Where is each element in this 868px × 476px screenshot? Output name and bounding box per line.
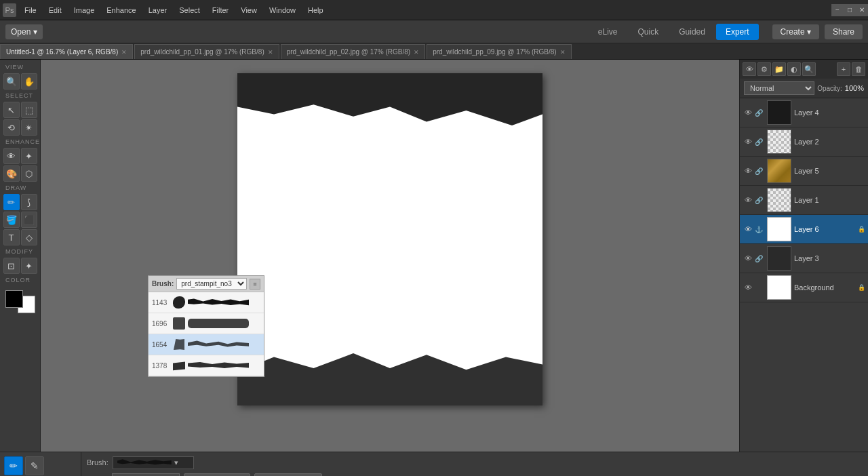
brush-item-1143[interactable]: 1143	[149, 292, 264, 313]
background-link-btn[interactable]	[753, 282, 764, 293]
pencil-tool-btn[interactable]: ✎	[25, 456, 44, 475]
brush-stroke-1143	[188, 298, 249, 307]
tab-untitled[interactable]: Untitled-1 @ 16.7% (Layer 6, RGB/8) ✕	[0, 44, 133, 59]
select-tools-row2: ⟲ ✴	[1, 119, 39, 136]
foreground-color-box[interactable]	[5, 290, 23, 308]
create-button[interactable]: Create ▾	[772, 24, 819, 39]
layer-item-layer3[interactable]: 👁 🔗 Layer 3	[740, 244, 868, 273]
paint-tool[interactable]: 🎨	[3, 165, 20, 182]
text-tool[interactable]: T	[3, 229, 20, 245]
brush-item-1696[interactable]: 1696	[149, 313, 264, 334]
layer6-link-btn[interactable]: ⚓	[753, 224, 764, 235]
tab-quick[interactable]: Quick	[629, 24, 669, 40]
tab-wildchild3-close[interactable]: ✕	[560, 49, 566, 56]
tab-wildchild3[interactable]: prd_wildchild_pp_09.jpg @ 17% (RGB/8) ✕	[427, 44, 571, 59]
enhance-tools-row1: 👁 ✦	[1, 148, 39, 164]
impressionist-tool[interactable]: ⟆	[21, 194, 37, 210]
canvas-area[interactable]: Brush: prd_stampit_no3 ≡ 1143 1696	[41, 60, 739, 452]
share-button[interactable]: Share	[825, 24, 863, 39]
layer2-link-btn[interactable]: 🔗	[753, 136, 764, 147]
brush-popup-menu-btn[interactable]: ≡	[250, 279, 260, 290]
layer-group-icon[interactable]: 📁	[772, 62, 786, 76]
canvas-document[interactable]	[237, 73, 542, 405]
layer1-vis-btn[interactable]: 👁	[743, 195, 753, 205]
layer-adjust-icon[interactable]: ◐	[787, 62, 801, 76]
menu-select[interactable]: Select	[174, 3, 205, 17]
menu-layer[interactable]: Layer	[143, 3, 173, 17]
move-tool[interactable]: ↖	[3, 102, 20, 118]
spot-heal-tool[interactable]: ✦	[21, 148, 37, 164]
clone-tool[interactable]: ⬡	[21, 165, 37, 182]
brush-preview-select[interactable]: ▾	[113, 456, 194, 469]
layer2-name: Layer 2	[794, 138, 865, 146]
new-layer-button[interactable]: +	[837, 62, 850, 76]
layer-item-layer1[interactable]: 👁 🔗 Layer 1	[740, 186, 868, 215]
layer5-vis-btn[interactable]: 👁	[743, 165, 753, 176]
tab-expert[interactable]: Expert	[716, 24, 759, 40]
layer2-vis-btn[interactable]: 👁	[743, 136, 753, 147]
brush-item-1378[interactable]: 1378	[149, 355, 264, 376]
layer-type-icon[interactable]: ⚙	[757, 62, 771, 76]
layer-item-layer6[interactable]: 👁 ⚓ Layer 6 🔒	[740, 215, 868, 244]
crop-tool[interactable]: ⊡	[3, 258, 20, 274]
gradient-tool[interactable]: ⬛	[21, 212, 37, 228]
layer-item-layer2[interactable]: 👁 🔗 Layer 2	[740, 127, 868, 157]
tab-wildchild1[interactable]: prd_wildchild_pp_01.jpg @ 17% (RGB/8) ✕	[134, 44, 279, 59]
custom-shape-tool[interactable]: ✦	[21, 258, 37, 274]
tab-guided[interactable]: Guided	[669, 24, 715, 40]
magic-wand-tool[interactable]: ✴	[21, 119, 37, 136]
right-panel: 👁 ⚙ 📁 ◐ 🔍 + 🗑 Normal Opacity: 100% 👁 🔗	[739, 60, 868, 452]
background-vis-btn[interactable]: 👁	[743, 282, 753, 293]
tab-wildchild1-close[interactable]: ✕	[268, 49, 273, 56]
shape-tool[interactable]: ◇	[21, 229, 37, 245]
menu-help[interactable]: Help	[302, 3, 329, 17]
menu-file[interactable]: File	[19, 3, 42, 17]
mode-select[interactable]: Normal	[112, 473, 180, 477]
layer3-vis-btn[interactable]: 👁	[743, 253, 753, 264]
layer4-vis-btn[interactable]: 👁	[743, 107, 753, 118]
menu-filter[interactable]: Filter	[207, 3, 234, 17]
hand-tool[interactable]: ✋	[21, 73, 37, 90]
eye-dropper-tool[interactable]: 👁	[3, 148, 20, 164]
minimize-button[interactable]: −	[831, 4, 844, 16]
delete-layer-button[interactable]: 🗑	[852, 62, 865, 76]
tab-wildchild2[interactable]: prd_wildchild_pp_02.jpg @ 17% (RGB/8) ✕	[281, 44, 425, 59]
menu-enhance[interactable]: Enhance	[101, 3, 141, 17]
layer3-link-btn[interactable]: 🔗	[753, 253, 764, 264]
tablet-settings-button[interactable]: Tablet Settings...	[254, 473, 321, 477]
brush-name-select[interactable]: prd_stampit_no3	[176, 278, 247, 290]
menu-view[interactable]: View	[235, 3, 262, 17]
tab-untitled-close[interactable]: ✕	[121, 49, 127, 56]
menu-window[interactable]: Window	[264, 3, 301, 17]
brush-item-1654[interactable]: 1654	[149, 334, 264, 355]
layer-item-background[interactable]: 👁 Background 🔒	[740, 273, 868, 302]
menu-edit[interactable]: Edit	[43, 3, 67, 17]
layer4-link-btn[interactable]: 🔗	[753, 107, 764, 118]
paint-bucket-tool[interactable]: 🪣	[3, 212, 20, 228]
layer1-link-btn[interactable]: 🔗	[753, 195, 764, 205]
blend-mode-select[interactable]: Normal	[744, 81, 814, 95]
lasso-tool[interactable]: ⟲	[3, 119, 20, 136]
layer5-link-btn[interactable]: 🔗	[753, 165, 764, 176]
layer-vis-toggle[interactable]: 👁	[743, 62, 756, 76]
brush-tool[interactable]: ✏	[3, 194, 20, 210]
zoom-tool[interactable]: 🔍	[3, 73, 20, 90]
tab-wildchild2-close[interactable]: ✕	[414, 49, 419, 56]
layer-search-icon[interactable]: 🔍	[802, 62, 816, 76]
close-button[interactable]: ✕	[856, 4, 868, 16]
menu-image[interactable]: Image	[68, 3, 100, 17]
marquee-tool[interactable]: ⬚	[21, 102, 37, 118]
canvas-container	[237, 73, 542, 405]
opacity-value: 100%	[845, 84, 864, 92]
enhance-section-label: ENHANCE	[5, 138, 35, 145]
brush-settings-button[interactable]: Brush Settings...	[184, 473, 251, 477]
tab-elive[interactable]: eLive	[589, 24, 627, 40]
brush-select-row: Brush: ▾	[87, 456, 863, 469]
layer-item-layer5[interactable]: 👁 🔗 Layer 5	[740, 157, 868, 186]
layer6-vis-btn[interactable]: 👁	[743, 224, 753, 235]
maximize-button[interactable]: □	[844, 4, 856, 16]
brush-tool-btn[interactable]: ✏	[4, 456, 23, 475]
layer-item-layer4[interactable]: 👁 🔗 Layer 4	[740, 98, 868, 127]
open-button[interactable]: Open ▾	[5, 24, 43, 39]
modify-tools-row1: ⊡ ✦	[1, 258, 39, 274]
